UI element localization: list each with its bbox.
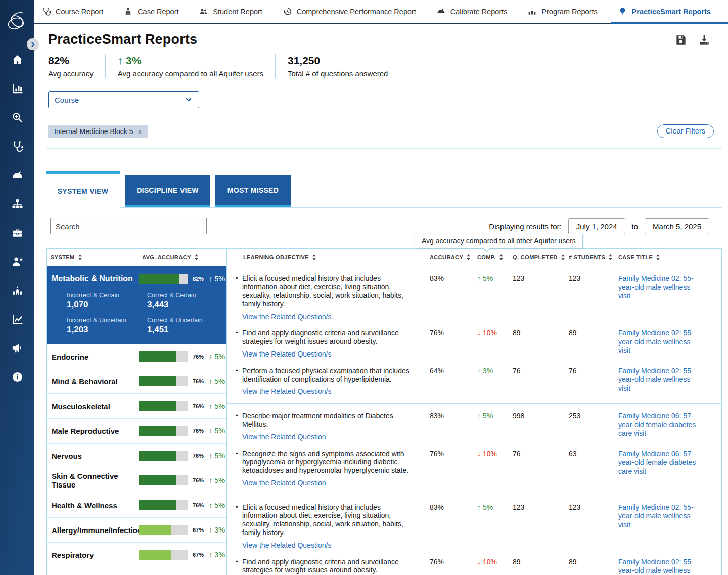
objectives-column: •Elicit a focused medical history that i… <box>227 266 721 575</box>
view-related-question-link[interactable]: View the Related Question/s <box>242 313 331 321</box>
sidebar-school-icon[interactable] <box>11 284 24 297</box>
sidebar-megaphone-icon[interactable] <box>11 342 24 355</box>
accuracy-value: 76% <box>427 329 474 337</box>
download-report-icon[interactable] <box>698 33 711 47</box>
column-header-label: LEARNING OBJECTIVE <box>243 254 309 260</box>
case-title-link[interactable]: Family Medicine 06: 57-year-old female d… <box>615 412 711 438</box>
system-row-allergy-immune-infection[interactable]: Allergy/Immune/Infection67%↑ 3% <box>47 518 226 543</box>
date-to-field[interactable]: March 5, 2025 <box>645 218 709 234</box>
nav-tab-calibrate-reports[interactable]: Calibrate Reports <box>436 0 508 23</box>
column-header-students[interactable]: # STUDENTS <box>566 254 615 261</box>
sidebar-sitemap-icon[interactable] <box>11 198 24 210</box>
system-row-health-wellness[interactable]: Health & Wellness76%↑ 5% <box>47 493 226 518</box>
system-row-endocrine[interactable]: Endocrine76%↑ 5% <box>47 344 226 369</box>
system-row-mind-behavioral[interactable]: Mind & Behavioral76%↑ 5% <box>47 369 226 394</box>
stat-avg-accuracy: 82%Avg accuracy <box>48 54 105 78</box>
system-name: Male Reproductive <box>52 427 139 435</box>
sidebar-stethoscope-icon[interactable] <box>11 140 24 153</box>
system-name: Musculoskeletal <box>52 402 139 411</box>
accuracy-value: 83% <box>427 412 474 420</box>
lightbulb-icon <box>618 7 627 16</box>
view-related-question-link[interactable]: View the Related Question/s <box>242 350 331 359</box>
column-header-label: CASE TITLE <box>618 254 653 260</box>
column-header-label: Q. COMPLETED <box>513 254 558 260</box>
search-input[interactable] <box>50 218 207 234</box>
accuracy-value: 76% <box>193 502 208 508</box>
sidebar-gauge-icon[interactable] <box>11 169 24 182</box>
column-header-q-completed[interactable]: Q. COMPLETED <box>510 254 566 261</box>
nav-tab-student-report[interactable]: Student Report <box>199 0 262 23</box>
tab-system-view[interactable]: SYSTEM VIEW <box>46 171 120 208</box>
case-title-link[interactable]: Family Medicine 02: 55-year-old male wel… <box>615 367 711 393</box>
objective-text: Find and apply diagnostic criteria and s… <box>242 558 415 575</box>
sidebar-expand-button[interactable] <box>27 38 38 50</box>
sidebar-info-icon[interactable] <box>11 371 24 383</box>
course-filter-dropdown[interactable]: Course <box>48 91 199 108</box>
system-row-skin-connective-tissue[interactable]: Skin & Connective Tissue76%↑ 5% <box>47 468 226 493</box>
breakdown-label: Correct & Certain <box>147 292 221 299</box>
case-title-link[interactable]: Family Medicine 02: 55-year-old male wel… <box>615 329 711 356</box>
objective-text: Describe major treatment modalities of D… <box>242 412 415 429</box>
case-title-link[interactable]: Family Medicine 06: 57-year-old female d… <box>615 450 711 476</box>
accuracy-value: 82% <box>193 276 208 282</box>
tab-discipline-view[interactable]: DISCIPLINE VIEW <box>125 175 210 207</box>
column-header-learning-objective[interactable]: LEARNING OBJECTIVE <box>235 254 427 261</box>
system-row-male-reproductive[interactable]: Male Reproductive76%↑ 5% <box>47 419 226 444</box>
objective-cell: •Elicit a focused medical history that i… <box>235 503 427 550</box>
view-related-question-link[interactable]: View the Related Question/s <box>242 387 331 396</box>
column-header-avg-accuracy[interactable]: AVG. ACCURACY <box>142 254 199 261</box>
sidebar-line-chart-icon[interactable] <box>11 313 24 326</box>
breakdown-incorrect-certain: Incorrect & Certain1,070 <box>67 292 147 310</box>
sort-icon <box>312 254 316 261</box>
system-row-musculoskeletal[interactable]: Musculoskeletal76%↑ 5% <box>47 394 226 419</box>
column-header-case-title[interactable]: CASE TITLE <box>615 254 721 261</box>
column-header-label: COMP. <box>477 254 496 260</box>
sidebar-home-icon[interactable] <box>11 54 24 66</box>
questions-completed-value: 998 <box>510 412 566 420</box>
sidebar-search-plus-icon[interactable] <box>11 111 24 124</box>
date-from-field[interactable]: July 1, 2024 <box>568 218 625 234</box>
app-root: Course ReportCase ReportStudent ReportCo… <box>0 0 728 575</box>
objective-cell: •Find and apply diagnostic criteria and … <box>235 558 427 575</box>
sidebar-icon-list <box>0 54 34 383</box>
column-header-comp[interactable]: COMP. <box>474 254 510 261</box>
system-view-table: SYSTEMAVG. ACCURACY LEARNING OBJECTIVEAC… <box>46 248 722 575</box>
bullet-icon: • <box>236 503 238 511</box>
students-count-value: 253 <box>566 412 615 420</box>
nav-tab-comprehensive-performance-report[interactable]: Comprehensive Performance Report <box>283 0 416 23</box>
view-related-question-link[interactable]: View the Related Question <box>242 433 326 441</box>
view-related-question-link[interactable]: View the Related Question <box>242 479 326 488</box>
case-title-link[interactable]: Family Medicine 02: 55-year-old male wel… <box>615 503 711 530</box>
view-related-question-link[interactable]: View the Related Question/s <box>242 541 331 550</box>
nav-tab-practicesmart-reports[interactable]: PracticeSmart Reports <box>618 0 711 23</box>
clear-filters-button[interactable]: Clear Filters <box>657 124 714 138</box>
remove-filter-icon[interactable]: x <box>138 127 142 135</box>
system-row-respiratory[interactable]: Respiratory67%↑ 3% <box>47 543 226 567</box>
sidebar-bar-chart-icon[interactable] <box>11 82 24 95</box>
column-header-accuracy[interactable]: ACCURACY <box>427 254 474 261</box>
comparison-value: ↑ 5% <box>209 476 225 484</box>
questions-completed-value: 76 <box>510 367 566 375</box>
course-dropdown-label: Course <box>55 96 79 104</box>
nav-tab-label: Case Report <box>138 8 178 16</box>
objective-row: •Perform a focused physical examination … <box>227 361 721 399</box>
tab-most-missed[interactable]: MOST MISSED <box>215 175 291 207</box>
bullet-icon: • <box>236 412 238 420</box>
displaying-results-label: Displaying results for: <box>489 222 561 231</box>
accuracy-bar <box>139 351 188 362</box>
sidebar-person-add-icon[interactable] <box>11 255 24 268</box>
system-row-nervous[interactable]: Nervous76%↑ 5% <box>47 444 226 468</box>
save-report-icon[interactable] <box>674 33 688 47</box>
system-row-metabolic-nutrition[interactable]: Metabolic & Nutrition82%↑ 5%Incorrect & … <box>47 266 226 344</box>
case-title-link[interactable]: Family Medicine 02: 55-year-old male wel… <box>615 274 711 301</box>
table-header-row: SYSTEMAVG. ACCURACY LEARNING OBJECTIVEAC… <box>47 249 721 266</box>
nav-tab-course-report[interactable]: Course Report <box>41 0 103 23</box>
accuracy-bar <box>139 525 188 535</box>
column-header-system[interactable]: SYSTEM <box>51 254 142 261</box>
accuracy-bar <box>139 550 188 560</box>
students-count-value: 89 <box>566 329 615 337</box>
case-title-link[interactable]: Family Medicine 02: 55-year-old male wel… <box>615 558 711 575</box>
sidebar-briefcase-icon[interactable] <box>11 227 24 239</box>
nav-tab-program-reports[interactable]: Program Reports <box>527 0 597 23</box>
nav-tab-case-report[interactable]: Case Report <box>123 0 178 23</box>
